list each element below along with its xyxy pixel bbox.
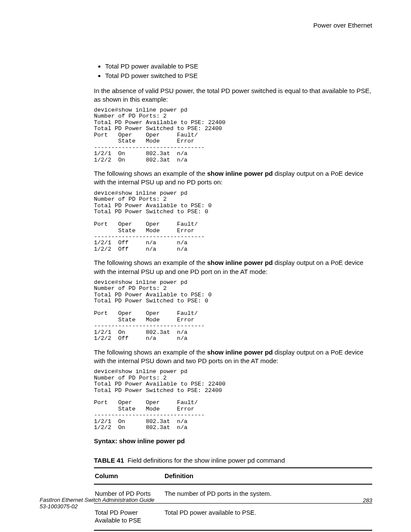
- table-title: Field definitions for the show inline po…: [128, 457, 285, 464]
- cli-output-2: device#show inline power pd Number of PD…: [94, 190, 372, 253]
- table-header-row: Column Definition: [94, 468, 372, 484]
- bullet-item: Total PD power available to PSE: [105, 62, 372, 71]
- cli-output-1: device#show inline power pd Number of PD…: [94, 107, 372, 163]
- command-name: show inline power pd: [207, 170, 273, 177]
- section-header: Power over Ethernet: [313, 22, 372, 29]
- cli-output-3: device#show inline power pd Number of PD…: [94, 280, 372, 342]
- text: The following shows an example of the: [94, 170, 207, 177]
- syntax-line: Syntax: show inline power pd: [94, 437, 372, 445]
- command-name: show inline power pd: [207, 348, 273, 356]
- paragraph-2: The following shows an example of the sh…: [94, 169, 372, 187]
- table-header-definition: Definition: [164, 468, 372, 484]
- paragraph-3: The following shows an example of the sh…: [94, 258, 372, 276]
- bullet-list: Total PD power available to PSE Total PD…: [94, 62, 372, 81]
- cli-output-4: device#show inline power pd Number of PD…: [94, 369, 372, 431]
- page-footer: FastIron Ethernet Switch Administration …: [40, 497, 372, 510]
- table-header-column: Column: [94, 468, 164, 484]
- table-label: TABLE 41: [94, 457, 124, 464]
- text: The following shows an example of the: [94, 348, 207, 356]
- table-caption: TABLE 41 Field definitions for the show …: [94, 457, 372, 464]
- command-name: show inline power pd: [207, 259, 273, 266]
- footer-docnum: 53-1003075-02: [40, 503, 372, 510]
- footer-title: FastIron Ethernet Switch Administration …: [40, 497, 372, 503]
- paragraph-4: The following shows an example of the sh…: [94, 348, 372, 366]
- intro-paragraph: In the absence of valid PSU power, the t…: [94, 87, 372, 104]
- text: The following shows an example of the: [94, 259, 207, 266]
- bullet-item: Total PD power switched to PSE: [105, 72, 372, 80]
- page-number: 283: [363, 497, 372, 504]
